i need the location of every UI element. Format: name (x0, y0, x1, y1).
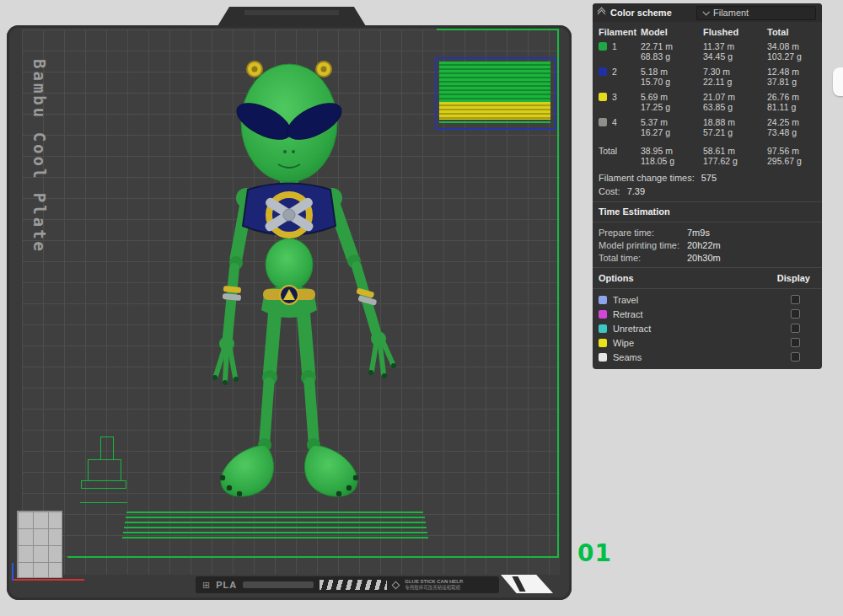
divider (593, 267, 822, 268)
filament-swatch (599, 93, 607, 101)
color-scheme-panel: Color scheme Filament Filament Model Flu… (593, 3, 822, 369)
plate-slot (243, 581, 314, 588)
divider (593, 201, 822, 202)
glue-icon (392, 581, 400, 589)
table-row: 3 5.69 m17.25 g 21.07 m63.85 g 26.76 m81… (599, 89, 816, 115)
table-row: 4 5.37 m16.27 g 18.88 m57.21 g 24.25 m73… (599, 115, 816, 140)
prime-tower[interactable] (435, 57, 556, 130)
plate-handle-groove (244, 10, 339, 15)
plate-material-label: PLA (216, 580, 237, 590)
filament-id: 3 (612, 92, 617, 103)
col-model: Model (641, 27, 703, 37)
seams-display-checkbox[interactable] (791, 352, 800, 362)
plate-side-label: Bambu Cool Plate (30, 59, 49, 254)
time-row: Model printing time:20h22m (593, 238, 822, 251)
retract-display-checkbox[interactable] (791, 309, 800, 319)
display-column-title: Display (777, 273, 810, 283)
col-filament: Filament (599, 27, 641, 37)
panel-header: Color scheme Filament (593, 3, 822, 22)
wireframe-object (81, 480, 126, 489)
col-total: Total (767, 27, 816, 37)
prime-tower-green-layers (439, 62, 550, 102)
filament-swatch (599, 42, 607, 51)
options-title: Options (599, 273, 634, 283)
wireframe-object (100, 437, 114, 460)
alien-torso (243, 175, 336, 318)
travel-display-checkbox[interactable] (791, 295, 800, 304)
alien-legs (220, 298, 358, 496)
seams-color-swatch (599, 353, 607, 362)
glue-hint: GLUE STICK CAN HELP. 专用胶棒可改善粘接和取模 (405, 579, 464, 590)
plate-marker-icon: ⊞ (202, 581, 210, 590)
z-axis-indicator (12, 563, 13, 581)
total-label: Total (599, 146, 641, 157)
toolpath-line-top (437, 29, 559, 30)
prime-tower-base (439, 121, 550, 123)
plate-corner-grid (17, 511, 62, 578)
wipe-display-checkbox[interactable] (791, 338, 800, 347)
wipe-color-swatch (599, 339, 607, 347)
dropdown-value: Filament (713, 8, 749, 18)
change-times-value: 575 (701, 173, 717, 183)
filament-id: 2 (612, 67, 617, 78)
table-header: Filament Model Flushed Total (599, 24, 816, 39)
option-row-seams: Seams (593, 350, 822, 364)
panel-title: Color scheme (610, 8, 672, 18)
time-row: Prepare time:7m9s (593, 226, 822, 238)
table-row: 2 5.18 m15.70 g 7.30 m22.11 g 12.48 m37.… (599, 64, 816, 89)
alien-head (232, 62, 347, 182)
panel-collapse-tab[interactable] (833, 67, 843, 96)
table-row: 1 22.71 m68.83 g 11.37 m34.45 g 34.08 m1… (599, 39, 816, 64)
filament-table: Filament Model Flushed Total 1 22.71 m68… (593, 22, 822, 169)
option-row-travel: Travel (593, 292, 822, 307)
option-row-retract: Retract (593, 307, 822, 321)
alien-model[interactable] (152, 52, 430, 524)
cost-label: Cost: (599, 186, 620, 196)
toolpath-line-right (557, 29, 559, 558)
collapse-icon[interactable] (599, 8, 604, 19)
prime-tower-yellow-layers (439, 102, 550, 120)
view-mode-dropdown[interactable]: Filament (696, 6, 816, 20)
retract-color-swatch (599, 310, 607, 319)
option-row-wipe: Wipe (593, 335, 822, 350)
unretract-display-checkbox[interactable] (791, 324, 800, 333)
filament-swatch (599, 67, 607, 76)
divider (593, 222, 822, 222)
travel-color-swatch (599, 296, 607, 304)
filament-swatch (599, 118, 607, 126)
plate-front-strip: ⊞ PLA GLUE STICK CAN HELP. 专用胶棒可改善粘接和取模 (196, 576, 499, 593)
time-estimation-title: Time Estimation (593, 206, 822, 218)
change-times-label: Filament change times: (599, 173, 695, 183)
x-axis-indicator (12, 579, 84, 581)
plate-number: 01 (577, 539, 612, 567)
option-row-unretract: Unretract (593, 321, 822, 335)
filament-id: 1 (612, 41, 617, 52)
filament-stats: Filament change times:575 Cost:7.39 (593, 169, 822, 198)
wireframe-object (88, 459, 121, 481)
glue-hint-cn: 专用胶棒可改善粘接和取模 (405, 585, 464, 590)
skirt-line (122, 537, 428, 538)
viewport: Bambu Cool Plate ⊞ PLA GLUE STICK CAN HE… (0, 0, 843, 616)
col-flushed: Flushed (703, 27, 767, 37)
skirt-line (123, 532, 427, 533)
skirt-line (124, 527, 427, 528)
table-total-row: Total 38.95 m118.05 g 58.61 m177.62 g 97… (599, 143, 816, 169)
divider (593, 288, 822, 289)
unretract-color-swatch (599, 324, 607, 333)
toolpath-line-bottom (67, 556, 559, 558)
wireframe-object-base (80, 502, 127, 503)
chevron-down-icon (702, 8, 709, 15)
hazard-stripes (319, 580, 387, 590)
time-row: Total time:20h30m (593, 251, 822, 264)
filament-id: 4 (612, 117, 617, 128)
options-header: Options Display (593, 271, 822, 285)
cost-value: 7.39 (627, 186, 645, 196)
